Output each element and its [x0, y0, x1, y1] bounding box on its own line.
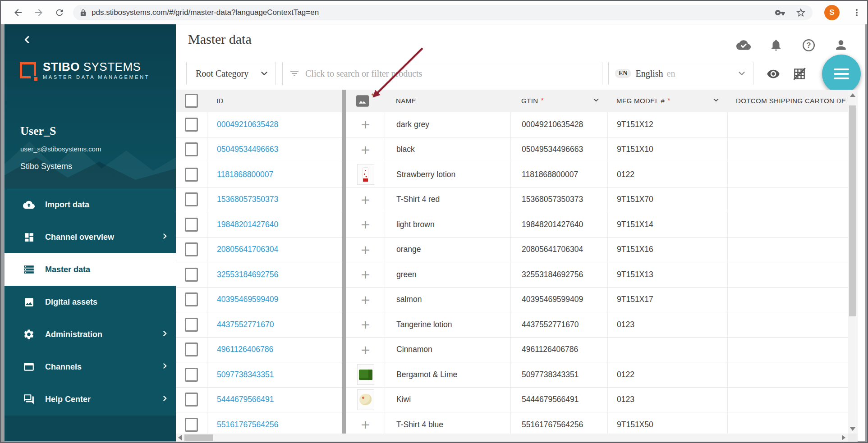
category-dropdown[interactable]: Root Category	[186, 62, 276, 85]
cell-mfg-model: 9T151X10	[607, 137, 727, 162]
product-id-link[interactable]: 4961126406786	[217, 345, 273, 354]
row-checkbox[interactable]	[185, 218, 198, 232]
product-id-link[interactable]: 1181868800007	[217, 170, 273, 179]
product-id-link[interactable]: 19848201427640	[217, 220, 278, 229]
add-image-button[interactable]: +	[361, 318, 370, 331]
browser-profile-avatar[interactable]: S	[824, 5, 840, 20]
add-image-button[interactable]: +	[361, 293, 370, 306]
chevron-right-icon[interactable]	[161, 233, 169, 242]
browser-forward-button[interactable]	[32, 5, 46, 20]
add-image-button[interactable]: +	[361, 418, 370, 431]
column-header-id[interactable]: ID	[207, 90, 346, 112]
cloud-sync-button[interactable]	[736, 38, 751, 52]
chevron-right-icon[interactable]	[161, 395, 169, 404]
browser-menu-button[interactable]	[851, 5, 862, 20]
browser-refresh-button[interactable]	[52, 5, 67, 20]
chevron-right-icon[interactable]	[161, 330, 169, 339]
address-bar[interactable]: pds.stibosystems.com/#/grid/master-data?…	[73, 5, 813, 20]
column-menu-chevron-icon[interactable]	[712, 96, 720, 105]
chevron-right-icon[interactable]	[161, 362, 169, 372]
row-checkbox[interactable]	[185, 268, 198, 282]
sidebar-item-import-data[interactable]: Import data	[5, 188, 176, 221]
row-select-cell	[176, 237, 207, 262]
column-header-gtin[interactable]: GTIN*	[510, 90, 607, 112]
select-all-checkbox[interactable]	[185, 94, 198, 108]
table-row: 00049210635428+dark grey000492106354289T…	[176, 112, 848, 137]
scroll-left-arrow[interactable]	[178, 435, 182, 440]
row-checkbox[interactable]	[185, 118, 198, 132]
grid-view-toggle-button[interactable]	[791, 66, 808, 82]
notifications-button[interactable]	[769, 38, 783, 52]
add-image-button[interactable]: +	[361, 343, 370, 356]
sidebar-item-channel-overview[interactable]: Channel overview	[5, 221, 176, 253]
stibo-logo-mark	[20, 62, 38, 81]
row-checkbox[interactable]	[185, 292, 198, 306]
scroll-up-arrow[interactable]	[850, 93, 855, 97]
add-image-button[interactable]: +	[361, 268, 370, 281]
horizontal-scrollbar[interactable]	[176, 434, 848, 442]
sidebar-item-administration[interactable]: Administration	[5, 318, 176, 351]
search-input[interactable]	[305, 69, 596, 79]
chevron-down-icon	[737, 69, 747, 78]
key-icon[interactable]	[775, 7, 785, 18]
product-thumbnail[interactable]	[357, 164, 374, 185]
vertical-scroll-thumb[interactable]	[849, 105, 856, 316]
product-thumbnail[interactable]	[357, 389, 374, 410]
user-email: user_s@stibosystems.com	[20, 145, 101, 153]
product-id-link[interactable]: 40395469599409	[217, 295, 278, 304]
product-id-link[interactable]: 05049534496663	[217, 145, 278, 154]
language-dropdown[interactable]: EN English en	[608, 62, 753, 85]
sidebar-item-help-center[interactable]: Help Center	[5, 383, 176, 416]
column-header-name[interactable]: NAME	[385, 90, 510, 112]
product-id-link[interactable]: 15368057350373	[217, 195, 278, 204]
row-select-cell	[176, 362, 207, 387]
cell-gtin: 00049210635428	[510, 112, 607, 137]
sidebar-item-digital-assets[interactable]: Digital assets	[5, 286, 176, 318]
add-image-button[interactable]: +	[361, 118, 370, 131]
cell-id: 05049534496663	[207, 137, 346, 162]
product-id-link[interactable]: 5097738343351	[217, 370, 274, 379]
column-header-dotcom[interactable]: DOTCOM SHIPPING CARTON DE	[727, 90, 848, 112]
product-thumbnail[interactable]	[357, 364, 374, 385]
frozen-column-divider[interactable]	[342, 90, 346, 434]
column-header-image[interactable]: *	[346, 90, 385, 112]
add-image-button[interactable]: +	[361, 193, 370, 206]
product-id-link[interactable]: 00049210635428	[217, 120, 278, 129]
help-button[interactable]: ?	[801, 38, 816, 52]
sidebar-item-channels[interactable]: Channels	[5, 351, 176, 383]
row-checkbox[interactable]	[185, 418, 198, 432]
product-id-link[interactable]: 5444679566491	[217, 395, 274, 404]
browser-back-button[interactable]	[11, 5, 25, 20]
column-header-mfg-model[interactable]: MFG MODEL #*	[607, 90, 727, 112]
scroll-down-arrow[interactable]	[850, 427, 855, 431]
scroll-right-arrow[interactable]	[842, 435, 845, 440]
add-image-button[interactable]: +	[361, 143, 370, 156]
sidebar-collapse-button[interactable]	[21, 33, 33, 46]
cell-id: 00049210635428	[207, 112, 346, 137]
product-id-link[interactable]: 55161767564256	[217, 420, 278, 429]
row-checkbox[interactable]	[185, 393, 198, 406]
row-checkbox[interactable]	[185, 242, 198, 256]
cell-image: +	[346, 338, 385, 362]
product-id-link[interactable]: 20805641706304	[217, 245, 278, 254]
preview-toggle-button[interactable]	[765, 66, 782, 82]
add-image-button[interactable]: +	[361, 218, 370, 231]
actions-menu-fab[interactable]	[822, 55, 861, 93]
sidebar-item-master-data[interactable]: Master data	[5, 253, 176, 286]
row-checkbox[interactable]	[185, 343, 198, 356]
row-checkbox[interactable]	[185, 168, 198, 182]
column-menu-chevron-icon[interactable]	[592, 96, 600, 105]
add-image-button[interactable]: +	[361, 243, 370, 256]
horizontal-scroll-thumb[interactable]	[184, 434, 213, 441]
row-checkbox[interactable]	[185, 318, 198, 332]
row-checkbox[interactable]	[185, 192, 198, 206]
row-checkbox[interactable]	[185, 368, 198, 382]
cell-gtin: 20805641706304	[510, 237, 607, 262]
account-button[interactable]	[834, 38, 848, 52]
bookmark-star-icon[interactable]	[795, 7, 806, 18]
product-id-link[interactable]: 32553184692756	[217, 270, 278, 279]
product-id-link[interactable]: 4437552771670	[217, 320, 274, 329]
cell-id: 32553184692756	[207, 262, 346, 287]
row-checkbox[interactable]	[185, 142, 198, 156]
vertical-scrollbar[interactable]	[848, 90, 858, 434]
